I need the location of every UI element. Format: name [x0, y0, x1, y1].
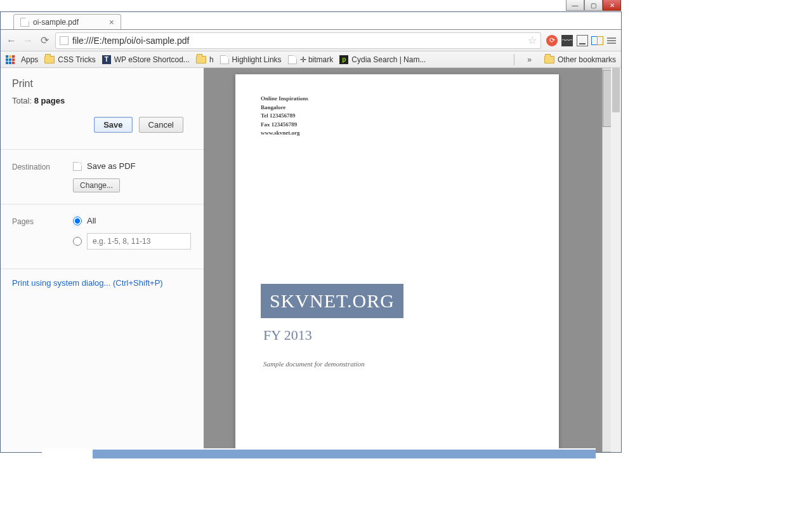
doc-site: www.skvnet.org [261, 129, 534, 138]
destination-label: Destination [12, 161, 62, 171]
apps-label[interactable]: Apps [21, 55, 38, 64]
viewer-scrollbar[interactable] [611, 68, 621, 452]
other-bookmarks[interactable]: Other bookmarks [544, 55, 616, 64]
change-destination-button[interactable]: Change... [73, 178, 120, 192]
extension-dashboard-icon[interactable]: 〰 [561, 35, 573, 46]
bookmarks-overflow[interactable]: » [527, 55, 532, 64]
forward-button: → [22, 35, 34, 46]
bookmark-item[interactable]: pCydia Search | Nam... [339, 55, 426, 64]
browser-window: — ▢ ✕ oi-sample.pdf × ← → ⟳ file:///E:/t… [0, 11, 622, 453]
window-maximize-button[interactable]: ▢ [584, 0, 603, 11]
back-button[interactable]: ← [6, 35, 17, 46]
pages-all-label: All [87, 216, 96, 225]
page-icon [288, 55, 297, 64]
cancel-button[interactable]: Cancel [139, 117, 183, 133]
pages-range-input[interactable] [87, 233, 191, 250]
extension-stumbleupon-icon[interactable]: ⟳ [546, 35, 558, 46]
destination-section: Destination Save as PDF Change... [1, 149, 204, 204]
print-title: Print [12, 78, 192, 90]
reload-button[interactable]: ⟳ [39, 34, 50, 46]
bookmark-item[interactable]: TWP eStore Shortcod... [102, 55, 190, 64]
file-protocol-icon [60, 36, 69, 45]
tab-title: oi-sample.pdf [33, 18, 79, 27]
window-minimize-button[interactable]: — [566, 0, 584, 11]
extension-screens-icon[interactable] [592, 36, 603, 45]
url-text: file:///E:/temp/oi/oi-sample.pdf [72, 36, 189, 46]
doc-tel: Tel 123456789 [261, 112, 534, 121]
favicon: T [102, 55, 111, 64]
print-panel: Print Total: 8 pages Save Cancel Destina… [1, 68, 204, 452]
pages-label: Pages [12, 216, 62, 226]
chrome-menu-button[interactable] [607, 36, 616, 45]
print-preview: Online Inspirations Bangalore Tel 123456… [204, 68, 621, 452]
preview-page: Online Inspirations Bangalore Tel 123456… [235, 74, 559, 449]
doc-note: Sample document for demonstration [261, 360, 534, 368]
folder-icon [544, 56, 554, 64]
bookmark-item[interactable]: Highlight Links [220, 55, 282, 64]
apps-icon[interactable] [6, 55, 15, 64]
bookmark-item[interactable]: CSS Tricks [44, 55, 95, 64]
separator [514, 54, 514, 65]
bookmarks-bar: Apps CSS Tricks TWP eStore Shortcod... h… [1, 51, 621, 68]
doc-city: Bangalore [261, 104, 534, 112]
favicon: p [339, 55, 348, 64]
page-icon [220, 55, 229, 64]
extension-minimize-icon[interactable] [577, 35, 588, 46]
bookmark-item[interactable]: ✛ bitmark [288, 55, 334, 64]
pdf-icon [73, 162, 82, 171]
folder-icon [196, 56, 206, 64]
browser-tab[interactable]: oi-sample.pdf × [13, 14, 121, 29]
star-icon[interactable]: ☆ [528, 34, 537, 46]
file-icon [20, 18, 29, 27]
toolbar: ← → ⟳ file:///E:/temp/oi/oi-sample.pdf ☆… [1, 30, 621, 51]
doc-banner: SKVNET.ORG [261, 284, 403, 318]
tab-close-icon[interactable]: × [109, 17, 114, 27]
folder-icon [44, 56, 55, 64]
doc-subtitle: FY 2013 [261, 327, 534, 344]
save-button[interactable]: Save [94, 117, 132, 133]
pages-all-radio[interactable] [73, 217, 82, 225]
doc-org: Online Inspirations [261, 95, 534, 104]
bookmark-item[interactable]: h [196, 55, 214, 64]
doc-fax: Fax 123456789 [261, 121, 534, 130]
destination-value: Save as PDF [87, 161, 136, 171]
content-area: Print Total: 8 pages Save Cancel Destina… [1, 68, 621, 452]
pages-range-radio[interactable] [73, 237, 82, 246]
horizontal-scrollbar[interactable] [42, 448, 596, 460]
address-bar[interactable]: file:///E:/temp/oi/oi-sample.pdf ☆ [55, 32, 541, 49]
print-total: Total: 8 pages [12, 96, 192, 105]
tab-strip: oi-sample.pdf × [1, 12, 621, 30]
window-close-button[interactable]: ✕ [603, 0, 621, 11]
pages-section: Pages All [1, 204, 204, 269]
system-dialog-link[interactable]: Print using system dialog... (Ctrl+Shift… [1, 269, 204, 297]
